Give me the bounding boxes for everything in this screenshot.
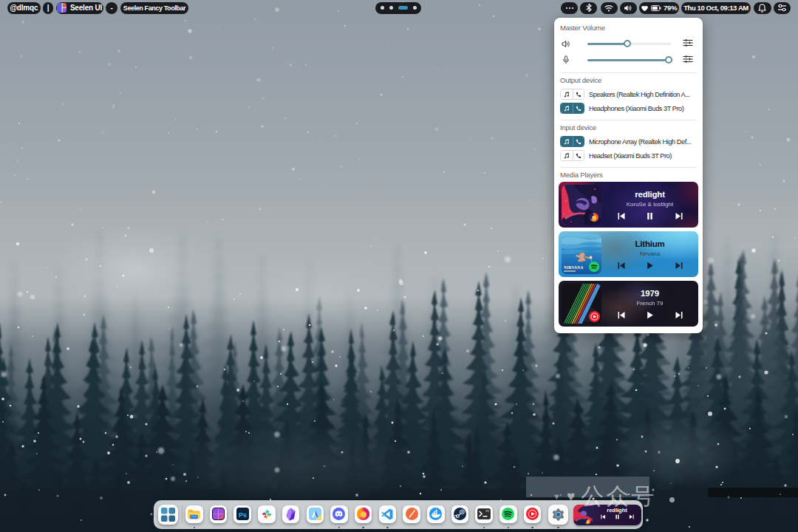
svg-text:NIRVANA: NIRVANA (564, 265, 584, 270)
svg-text:Ps: Ps (239, 511, 247, 519)
